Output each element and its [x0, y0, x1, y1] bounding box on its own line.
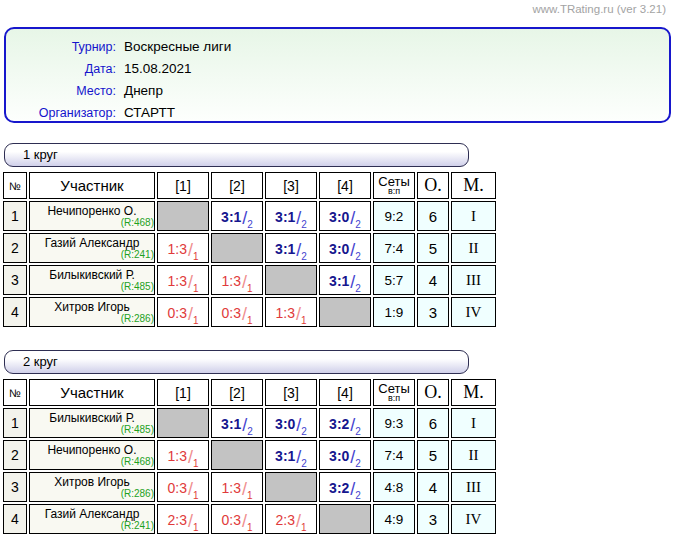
- col-header-opponent-2: [2]: [211, 379, 263, 406]
- tournament-value: Воскресные лиги: [124, 36, 231, 58]
- place-cell: II: [451, 440, 496, 470]
- row-number-cell: 3: [3, 265, 27, 295]
- sets-cell: 4:8: [373, 472, 415, 502]
- participant-rating: (R:286): [30, 314, 154, 324]
- match-result-cell: 3:1/2: [265, 233, 317, 263]
- info-row-tournament: Турнир: Воскресные лиги: [6, 36, 669, 58]
- row-number-cell: 3: [3, 472, 27, 502]
- participant-rating: (R:468): [30, 457, 154, 467]
- tournament-label: Турнир:: [6, 36, 116, 58]
- table-header-row: № Участник [1] [2] [3] [4] Сетыв:п О. М.: [3, 379, 496, 406]
- col-header-opponent-4: [4]: [319, 379, 371, 406]
- participant-cell: Билыкивский Р.(R:485): [29, 265, 155, 295]
- sets-cell: 9:2: [373, 201, 415, 231]
- self-cell: [319, 504, 371, 534]
- place-cell: III: [451, 265, 496, 295]
- col-header-opponent-1: [1]: [157, 379, 209, 406]
- col-header-participant: Участник: [29, 379, 155, 406]
- table-row: 4Газий Александр(R:241)2:3/10:3/12:3/14:…: [3, 504, 496, 534]
- col-header-sets: Сетыв:п: [373, 172, 415, 199]
- round-2-title: 2 круг: [4, 350, 469, 374]
- self-cell: [157, 408, 209, 438]
- participant-rating: (R:241): [30, 521, 154, 531]
- match-result-cell: 3:1/2: [265, 440, 317, 470]
- table-header-row: № Участник [1] [2] [3] [4] Сетыв:п О. М.: [3, 172, 496, 199]
- match-result-cell: 1:3/1: [265, 297, 317, 327]
- match-result-cell: 1:3/1: [211, 265, 263, 295]
- participant-rating: (R:485): [30, 425, 154, 435]
- row-number-cell: 4: [3, 297, 27, 327]
- participant-cell: Хитров Игорь(R:286): [29, 297, 155, 327]
- table-row: 3Билыкивский Р.(R:485)1:3/11:3/13:1/25:7…: [3, 265, 496, 295]
- self-cell: [211, 440, 263, 470]
- place-label: Место:: [6, 80, 116, 102]
- match-result-cell: 2:3/1: [157, 504, 209, 534]
- col-header-opponent-3: [3]: [265, 379, 317, 406]
- participant-name: Билыкивский Р.: [30, 412, 154, 425]
- match-result-cell: 2:3/1: [265, 504, 317, 534]
- table-row: 1Билыкивский Р.(R:485)3:1/23:0/23:2/29:3…: [3, 408, 496, 438]
- info-row-place: Место: Днепр: [6, 80, 669, 102]
- points-cell: 4: [417, 472, 449, 502]
- participant-rating: (R:468): [30, 218, 154, 228]
- participant-name: Газий Александр: [30, 508, 154, 521]
- points-cell: 6: [417, 201, 449, 231]
- match-result-cell: 3:0/2: [319, 440, 371, 470]
- col-header-opponent-2: [2]: [211, 172, 263, 199]
- round-2-table: № Участник [1] [2] [3] [4] Сетыв:п О. М.…: [1, 377, 498, 536]
- match-result-cell: 3:1/2: [265, 201, 317, 231]
- participant-rating: (R:241): [30, 250, 154, 260]
- table-row: 4Хитров Игорь(R:286)0:3/10:3/11:3/11:93I…: [3, 297, 496, 327]
- points-cell: 4: [417, 265, 449, 295]
- table-row: 2Газий Александр(R:241)1:3/13:1/23:0/27:…: [3, 233, 496, 263]
- participant-name: Нечипоренко О.: [30, 444, 154, 457]
- participant-name: Хитров Игорь: [30, 476, 154, 489]
- participant-rating: (R:485): [30, 282, 154, 292]
- col-header-number: №: [3, 379, 27, 406]
- place-cell: II: [451, 233, 496, 263]
- info-row-date: Дата: 15.08.2021: [6, 58, 669, 80]
- self-cell: [157, 201, 209, 231]
- match-result-cell: 3:1/2: [211, 201, 263, 231]
- participant-cell: Газий Александр(R:241): [29, 504, 155, 534]
- table-row: 1Нечипоренко О.(R:468)3:1/23:1/23:0/29:2…: [3, 201, 496, 231]
- place-cell: III: [451, 472, 496, 502]
- row-number-cell: 2: [3, 440, 27, 470]
- place-cell: I: [451, 408, 496, 438]
- match-result-cell: 3:0/2: [319, 233, 371, 263]
- col-header-place: М.: [451, 379, 496, 406]
- participant-cell: Газий Александр(R:241): [29, 233, 155, 263]
- col-header-place: М.: [451, 172, 496, 199]
- row-number-cell: 2: [3, 233, 27, 263]
- col-header-sets: Сетыв:п: [373, 379, 415, 406]
- sets-cell: 9:3: [373, 408, 415, 438]
- participant-cell: Билыкивский Р.(R:485): [29, 408, 155, 438]
- points-cell: 3: [417, 504, 449, 534]
- match-result-cell: 1:3/1: [211, 472, 263, 502]
- place-value: Днепр: [124, 80, 163, 102]
- round-2-section: 2 круг № Участник [1] [2] [3] [4] Сетыв:…: [0, 350, 675, 536]
- col-header-participant: Участник: [29, 172, 155, 199]
- sets-cell: 5:7: [373, 265, 415, 295]
- participant-rating: (R:286): [30, 489, 154, 499]
- self-cell: [265, 472, 317, 502]
- table-row: 2Нечипоренко О.(R:468)1:3/13:1/23:0/27:4…: [3, 440, 496, 470]
- date-value: 15.08.2021: [124, 58, 192, 80]
- place-cell: IV: [451, 504, 496, 534]
- participant-cell: Нечипоренко О.(R:468): [29, 201, 155, 231]
- match-result-cell: 0:3/1: [157, 472, 209, 502]
- match-result-cell: 3:2/2: [319, 408, 371, 438]
- match-result-cell: 0:3/1: [211, 504, 263, 534]
- organizer-value: СТАРТТ: [124, 102, 175, 124]
- site-credit: www.TRating.ru (ver 3.21): [0, 0, 675, 20]
- match-result-cell: 3:1/2: [319, 265, 371, 295]
- self-cell: [211, 233, 263, 263]
- participant-cell: Нечипоренко О.(R:468): [29, 440, 155, 470]
- table-row: 3Хитров Игорь(R:286)0:3/11:3/13:2/24:84I…: [3, 472, 496, 502]
- col-header-opponent-3: [3]: [265, 172, 317, 199]
- participant-name: Билыкивский Р.: [30, 269, 154, 282]
- points-cell: 5: [417, 440, 449, 470]
- organizer-label: Организатор:: [6, 102, 116, 124]
- sets-cell: 4:9: [373, 504, 415, 534]
- participant-cell: Хитров Игорь(R:286): [29, 472, 155, 502]
